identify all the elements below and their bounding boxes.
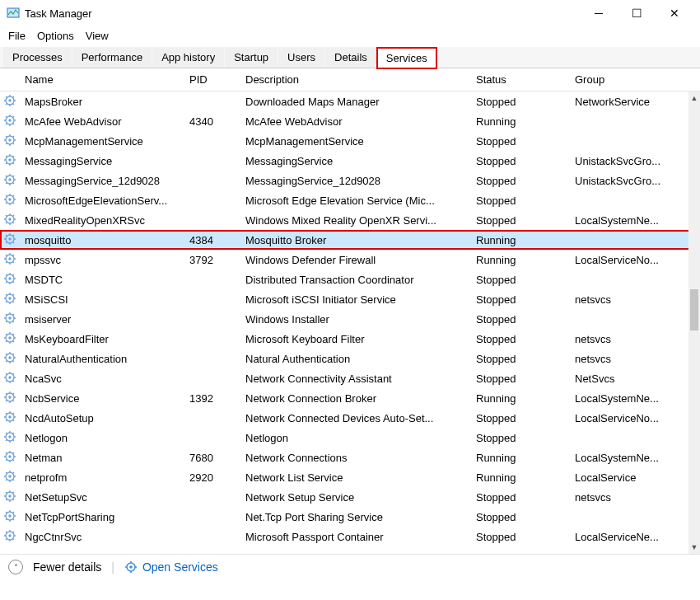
- svg-line-89: [6, 261, 7, 263]
- cell-description: MessagingService: [242, 155, 473, 167]
- minimize-button[interactable]: ─: [580, 2, 618, 25]
- table-row[interactable]: NetSetupSvcNetwork Setup ServiceStoppedn…: [0, 487, 700, 507]
- vertical-scrollbar[interactable]: ▲ ▼: [688, 91, 700, 554]
- maximize-button[interactable]: ☐: [618, 2, 656, 25]
- menu-file[interactable]: File: [8, 30, 26, 42]
- cell-status: Running: [473, 115, 572, 128]
- svg-line-50: [13, 176, 15, 177]
- col-header-description[interactable]: Description: [242, 73, 473, 86]
- cell-status: Stopped: [473, 511, 572, 523]
- tab-users[interactable]: Users: [278, 47, 324, 68]
- svg-line-140: [13, 354, 15, 355]
- scroll-up-icon[interactable]: ▲: [688, 91, 700, 105]
- svg-line-87: [6, 255, 7, 256]
- table-row[interactable]: NaturalAuthenticationNatural Authenticat…: [0, 349, 700, 368]
- cell-group: LocalServiceNo...: [572, 412, 700, 424]
- table-row[interactable]: MixedRealityOpenXRSvcWindows Mixed Reali…: [0, 210, 700, 230]
- svg-line-29: [6, 143, 7, 144]
- svg-point-132: [8, 356, 11, 359]
- svg-line-30: [13, 136, 15, 138]
- cell-group: LocalSystemNe...: [572, 452, 700, 464]
- col-header-group[interactable]: Group: [572, 73, 700, 86]
- services-grid: Name PID Description Status Group MapsBr…: [0, 68, 700, 555]
- menu-options[interactable]: Options: [37, 30, 74, 42]
- svg-line-77: [6, 235, 7, 237]
- cell-description: Microsoft iSCSI Initiator Service: [242, 293, 473, 306]
- cell-status: Running: [473, 392, 572, 405]
- table-row[interactable]: mosquitto4384Mosquitto BrokerRunning: [0, 230, 700, 250]
- open-services-link[interactable]: Open Services: [124, 560, 218, 574]
- cell-description: Microsoft Passport Container: [242, 531, 473, 543]
- cell-name: MixedRealityOpenXRSvc: [21, 214, 186, 227]
- svg-line-19: [6, 123, 7, 124]
- service-gear-icon: [3, 371, 16, 384]
- cell-name: MSDTC: [21, 274, 186, 286]
- svg-line-100: [13, 274, 15, 276]
- tab-performance[interactable]: Performance: [72, 47, 152, 68]
- chevron-up-icon[interactable]: ˄: [8, 560, 23, 574]
- cell-description: Microsoft Edge Elevation Service (Mic...: [242, 195, 473, 207]
- svg-line-17: [6, 116, 7, 118]
- cell-status: Stopped: [473, 175, 572, 187]
- table-row[interactable]: MSDTCDistributed Transaction Coordinator…: [0, 270, 700, 289]
- tab-services[interactable]: Services: [377, 48, 436, 68]
- table-row[interactable]: McpManagementServiceMcpManagementService…: [0, 131, 700, 151]
- cell-group: netsvcs: [572, 491, 700, 504]
- svg-point-122: [8, 336, 11, 339]
- table-row[interactable]: NcdAutoSetupNetwork Connected Devices Au…: [0, 408, 700, 428]
- cell-group: netsvcs: [572, 333, 700, 345]
- svg-point-212: [8, 514, 11, 517]
- cell-status: Stopped: [473, 293, 572, 306]
- svg-point-182: [8, 455, 11, 457]
- svg-line-207: [6, 492, 7, 494]
- svg-line-67: [6, 215, 7, 217]
- table-row[interactable]: MSiSCSIMicrosoft iSCSI Initiator Service…: [0, 289, 700, 309]
- close-button[interactable]: ✕: [656, 2, 693, 25]
- menu-view[interactable]: View: [86, 30, 109, 42]
- svg-line-60: [13, 195, 15, 197]
- table-row[interactable]: Netman7680Network ConnectionsRunningLoca…: [0, 448, 700, 467]
- svg-line-47: [6, 176, 7, 177]
- table-row[interactable]: McAfee WebAdvisor4340McAfee WebAdvisorRu…: [0, 111, 700, 131]
- svg-line-110: [13, 294, 15, 296]
- table-row[interactable]: NgcCtnrSvcMicrosoft Passport ContainerSt…: [0, 527, 700, 546]
- tab-details[interactable]: Details: [325, 47, 376, 68]
- svg-line-189: [6, 459, 7, 461]
- table-row[interactable]: NetlogonNetlogonStopped: [0, 428, 700, 448]
- cell-group: NetworkService: [572, 96, 700, 108]
- svg-line-58: [13, 202, 15, 204]
- table-row[interactable]: mpssvc3792Windows Defender FirewallRunni…: [0, 250, 700, 270]
- table-row[interactable]: NetTcpPortSharingNet.Tcp Port Sharing Se…: [0, 507, 700, 527]
- table-row[interactable]: MsKeyboardFilterMicrosoft Keyboard Filte…: [0, 329, 700, 349]
- svg-line-149: [6, 380, 7, 382]
- table-row[interactable]: netprofm2920Network List ServiceRunningL…: [0, 467, 700, 487]
- col-header-pid[interactable]: PID: [186, 73, 242, 86]
- svg-point-142: [8, 376, 11, 378]
- svg-line-37: [6, 156, 7, 157]
- tab-app-history[interactable]: App history: [152, 47, 224, 68]
- table-row[interactable]: MapsBrokerDownloaded Maps ManagerStopped…: [0, 91, 700, 111]
- cell-name: mpssvc: [21, 254, 186, 266]
- cell-group: LocalService: [572, 471, 700, 484]
- table-row[interactable]: MessagingService_12d9028MessagingService…: [0, 171, 700, 190]
- tab-startup[interactable]: Startup: [225, 47, 278, 68]
- scroll-down-icon[interactable]: ▼: [688, 541, 700, 554]
- svg-line-219: [6, 518, 7, 520]
- svg-point-2: [8, 99, 11, 101]
- scroll-thumb[interactable]: [690, 289, 698, 330]
- table-row[interactable]: msiserverWindows InstallerStopped: [0, 309, 700, 329]
- tab-processes[interactable]: Processes: [3, 47, 72, 68]
- cell-description: Windows Installer: [242, 313, 473, 326]
- fewer-details-link[interactable]: Fewer details: [33, 560, 101, 574]
- service-gear-icon: [3, 252, 16, 265]
- table-row[interactable]: MicrosoftEdgeElevationServ...Microsoft E…: [0, 190, 700, 210]
- table-row[interactable]: NcbService1392Network Connection BrokerR…: [0, 388, 700, 408]
- svg-point-172: [8, 435, 11, 438]
- col-header-status[interactable]: Status: [473, 73, 572, 86]
- table-row[interactable]: MessagingServiceMessagingServiceStoppedU…: [0, 151, 700, 171]
- svg-line-228: [13, 538, 15, 540]
- col-header-name[interactable]: Name: [21, 73, 186, 86]
- table-row[interactable]: NcaSvcNetwork Connectivity AssistantStop…: [0, 368, 700, 388]
- cell-name: NaturalAuthentication: [21, 353, 186, 365]
- svg-line-187: [6, 452, 7, 454]
